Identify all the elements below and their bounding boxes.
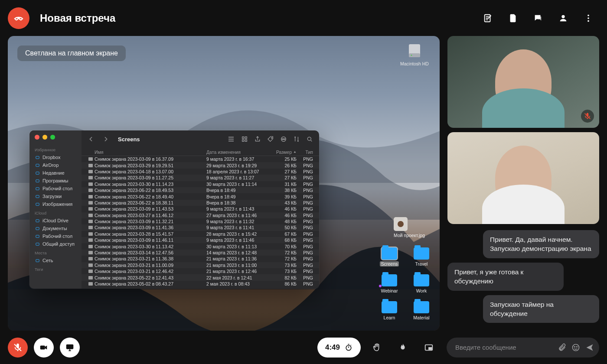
finder-file-row[interactable]: Снимок экрана 2023-03-27 в 11.46.1227 ма… [82, 212, 319, 218]
file-name: Снимок экрана 2023-03-09 в 16.37.09 [95, 156, 206, 162]
finder-file-row[interactable]: Снимок экрана 2023-03-21 в 12.46.4221 ма… [82, 268, 319, 274]
timer-value: 4:49 [325, 343, 340, 352]
participant-video-1[interactable] [447, 36, 599, 128]
more-button[interactable] [582, 12, 595, 25]
finder-file-row[interactable]: Снимок экрана 2023-03-09 в 11.46.119 мар… [82, 237, 319, 243]
raise-hand-button[interactable] [367, 338, 387, 358]
tag-icon[interactable] [267, 136, 274, 143]
file-icon [88, 157, 93, 161]
finder-sidebar-item[interactable]: Dropbox [29, 153, 82, 161]
file-name: Снимок экрана 2023-03-09 в 11.32.21 [95, 219, 206, 224]
finder-file-row[interactable]: Снимок экрана 2023-06-22 в 18.49.40Вчера… [82, 193, 319, 199]
svg-point-3 [587, 17, 589, 19]
finder-sidebar-item[interactable]: Загрузки [29, 192, 82, 200]
desktop-folder[interactable]: Webinar [377, 274, 401, 293]
file-date: 21 марта 2023 г. в 11:00 [206, 263, 265, 268]
finder-file-row[interactable]: Снимок экрана 2023-03-29 в 19.29.5129 ма… [82, 162, 319, 168]
finder-file-row[interactable]: Снимок экрана 2023-06-22 в 18.38.11Вчера… [82, 200, 319, 206]
svg-rect-11 [36, 179, 39, 182]
finder-file-row[interactable]: Снимок экрана 2023-03-09 в 11.32.219 мар… [82, 218, 319, 224]
sort-asc-icon [293, 150, 297, 154]
window-controls[interactable] [29, 135, 82, 145]
file-size: 27 КБ [265, 175, 297, 180]
finder-file-row[interactable]: Снимок экрана 2023-05-02 в 08.43.272 мая… [82, 281, 319, 287]
reactions-button[interactable] [393, 338, 413, 358]
send-icon[interactable] [585, 343, 594, 352]
chat-bubble: Привет, я уже готова к обсуждению [447, 263, 564, 291]
file-icon [88, 220, 93, 223]
desktop-folder[interactable]: Work [409, 274, 434, 293]
finder-column-headers[interactable]: Имя Дата изменения Размер Тип [82, 148, 319, 156]
grid-view-icon[interactable] [241, 136, 248, 143]
finder-file-row[interactable]: Снимок экрана 2023-04-18 в 13.07.0018 ап… [82, 169, 319, 175]
file-size: 46 КБ [265, 213, 297, 218]
share-icon[interactable] [254, 136, 261, 143]
notes-button[interactable] [481, 12, 494, 25]
more-vertical-icon [584, 13, 593, 23]
finder-file-row[interactable]: Снимок экрана 2023-03-09 в 11.43.539 мар… [82, 206, 319, 212]
participants-button[interactable] [557, 12, 570, 25]
mic-toggle-button[interactable] [8, 338, 28, 358]
chat-input[interactable] [447, 338, 599, 358]
chat-button[interactable] [532, 12, 545, 25]
file-date: 9 марта 2023 г. в 11:27 [206, 175, 265, 180]
camera-toggle-button[interactable] [34, 338, 54, 358]
finder-file-row[interactable]: Снимок экрана 2023-03-28 в 15.41.5728 ма… [82, 231, 319, 237]
finder-file-row[interactable]: Снимок экрана 2023-03-09 в 11.41.369 мар… [82, 224, 319, 231]
finder-file-row[interactable]: Снимок экрана 2023-03-09 в 11.27.259 мар… [82, 175, 319, 181]
chat-input-field[interactable] [455, 344, 552, 351]
document-button[interactable] [506, 12, 519, 25]
chat-icon [533, 13, 543, 23]
file-name: Снимок экрана 2023-03-21 в 11.00.09 [95, 263, 206, 268]
timer-pill[interactable]: 4:49 [317, 338, 361, 358]
search-icon[interactable] [306, 136, 313, 143]
finder-file-row[interactable]: Снимок экрана 2023-03-09 в 16.37.099 мар… [82, 156, 319, 162]
pip-button[interactable] [419, 338, 439, 358]
finder-sidebar-item[interactable]: iCloud Drive [29, 217, 82, 224]
desktop-folder[interactable]: Learn [377, 301, 401, 320]
sidebar-item-icon [35, 234, 40, 239]
desktop-folder[interactable]: Travel [409, 247, 434, 266]
file-name: Снимок экрана 2023-03-09 в 11.27.25 [95, 175, 206, 180]
participant-video-2[interactable] [447, 132, 599, 224]
finder-sidebar-item[interactable]: Документы [29, 224, 82, 232]
sort-icon[interactable] [293, 136, 300, 143]
desktop-folder[interactable]: Material [409, 301, 434, 320]
desktop-file[interactable]: Мой проект.jpg [394, 217, 425, 238]
finder-sidebar-item[interactable]: Программы [29, 177, 82, 185]
finder-sidebar-item[interactable]: Общий доступ [29, 240, 82, 248]
finder-sidebar-item[interactable]: Изображения [29, 200, 82, 208]
finder-file-row[interactable]: Снимок экрана 2023-06-22 в 18.49.53Вчера… [82, 187, 319, 193]
finder-nav[interactable] [88, 136, 109, 143]
file-date: Вчера в 18:49 [206, 188, 265, 193]
attach-icon[interactable] [558, 343, 566, 352]
finder-file-row[interactable]: Снимок экрана 2023-05-22 в 12.41.4322 ма… [82, 274, 319, 280]
finder-file-list[interactable]: Снимок экрана 2023-03-09 в 16.37.099 мар… [82, 156, 319, 289]
folder-icon [382, 274, 397, 286]
finder-sidebar-item[interactable]: Сеть [29, 257, 82, 264]
folder-label: Webinar [381, 288, 398, 293]
finder-sidebar-item[interactable]: Рабочий стол [29, 185, 82, 192]
finder-sidebar-item[interactable]: Рабочий стол [29, 232, 82, 240]
emoji-icon[interactable] [571, 343, 580, 352]
desktop-folder[interactable]: Screens [377, 247, 401, 266]
hangup-button[interactable] [8, 7, 29, 29]
actions-icon[interactable] [280, 136, 287, 143]
finder-sidebar-item[interactable]: Недавние [29, 169, 82, 177]
svg-rect-17 [36, 235, 39, 237]
sidebar-item-icon [35, 186, 40, 191]
finder-file-row[interactable]: Снимок экрана 2023-03-30 в 11.13.4230 ма… [82, 243, 319, 249]
finder-file-row[interactable]: Снимок экрана 2023-03-30 в 11.14.2330 ма… [82, 181, 319, 187]
list-view-icon[interactable] [227, 135, 235, 143]
svg-rect-34 [429, 348, 431, 350]
finder-file-row[interactable]: Снимок экрана 2023-03-14 в 12.47.5614 ма… [82, 250, 319, 256]
finder-sidebar-item[interactable]: AirDrop [29, 161, 82, 169]
folder-label: Material [413, 315, 429, 320]
desktop-hdd[interactable]: Macintosh HD [397, 44, 432, 66]
file-type: PNG [297, 237, 313, 243]
finder-file-row[interactable]: Снимок экрана 2023-03-21 в 11.00.0921 ма… [82, 262, 319, 268]
sidebar-item-label: iCloud Drive [42, 218, 69, 223]
share-screen-button[interactable] [60, 338, 80, 358]
finder-file-row[interactable]: Снимок экрана 2023-03-21 в 11.36.3821 ма… [82, 256, 319, 262]
file-icon [88, 263, 93, 267]
